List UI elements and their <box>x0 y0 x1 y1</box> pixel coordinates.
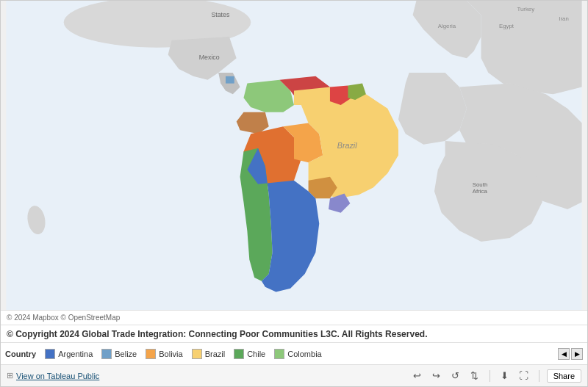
map-svg: Mexico States Brazil <box>1 1 587 310</box>
pause-button[interactable]: ⇅ <box>467 369 482 383</box>
chile-swatch <box>234 349 244 359</box>
map-area[interactable]: Mexico States Brazil <box>1 1 587 310</box>
toolbar-separator-2 <box>539 370 539 382</box>
legend-item-brazil: Brazil <box>192 349 226 359</box>
legend-bar: Country Argentina Belize Bolivia Brazil … <box>1 342 587 364</box>
legend-next-button[interactable]: ▶ <box>571 348 583 360</box>
belize-swatch <box>101 349 112 359</box>
colombia-label: Colombia <box>287 350 321 358</box>
title-text: © Copyright 2024 Global Trade Integratio… <box>7 329 427 339</box>
colombia-swatch <box>274 349 284 359</box>
undo-button[interactable]: ↩ <box>410 369 425 383</box>
title-bar: © Copyright 2024 Global Trade Integratio… <box>1 325 587 342</box>
bolivia-label: Bolivia <box>159 350 182 358</box>
legend-prev-button[interactable]: ◀ <box>558 348 570 360</box>
tableau-grid-icon: ⊞ <box>7 371 13 380</box>
legend-item-chile: Chile <box>234 349 265 359</box>
svg-rect-4 <box>226 76 234 84</box>
download-button[interactable]: ⬇ <box>498 369 512 383</box>
svg-text:Turkey: Turkey <box>517 6 535 12</box>
legend-nav[interactable]: ◀ ▶ <box>558 348 583 360</box>
share-button[interactable]: Share <box>547 369 581 383</box>
svg-text:South: South <box>473 181 487 188</box>
brazil-label: Brazil <box>205 350 226 358</box>
copyright-text: © 2024 Mapbox © OpenStreetMap <box>7 314 120 322</box>
chile-label: Chile <box>247 350 265 358</box>
brazil-swatch <box>192 349 202 359</box>
legend-item-bolivia: Bolivia <box>146 349 182 359</box>
fullscreen-button[interactable]: ⛶ <box>517 369 531 383</box>
bolivia-swatch <box>146 349 156 359</box>
toolbar: ⊞ View on Tableau Public ↩ ↪ ↺ ⇅ ⬇ ⛶ Sha… <box>1 364 587 386</box>
legend-item-colombia: Colombia <box>274 349 321 359</box>
view-on-tableau-link[interactable]: View on Tableau Public <box>16 372 99 380</box>
svg-text:Iran: Iran <box>559 15 569 22</box>
belize-label: Belize <box>115 350 137 358</box>
svg-text:States: States <box>211 11 230 18</box>
argentina-swatch <box>45 349 55 359</box>
argentina-label: Argentina <box>58 350 93 358</box>
toolbar-left: ⊞ View on Tableau Public <box>7 371 99 380</box>
redo-button[interactable]: ↪ <box>429 369 444 383</box>
reset-button[interactable]: ↺ <box>448 369 463 383</box>
copyright-bar: © 2024 Mapbox © OpenStreetMap <box>1 310 587 325</box>
toolbar-separator <box>490 370 490 382</box>
legend-item-argentina: Argentina <box>45 349 93 359</box>
svg-text:Africa: Africa <box>473 188 488 195</box>
svg-text:Brazil: Brazil <box>337 141 357 150</box>
country-filter-label: Country <box>5 350 36 358</box>
svg-text:Egypt: Egypt <box>499 23 514 29</box>
main-container: Mexico States Brazil <box>0 0 588 387</box>
svg-text:Algeria: Algeria <box>438 23 456 29</box>
toolbar-right: ↩ ↪ ↺ ⇅ ⬇ ⛶ Share <box>410 369 581 383</box>
legend-item-belize: Belize <box>101 349 137 359</box>
svg-text:Mexico: Mexico <box>199 54 220 61</box>
